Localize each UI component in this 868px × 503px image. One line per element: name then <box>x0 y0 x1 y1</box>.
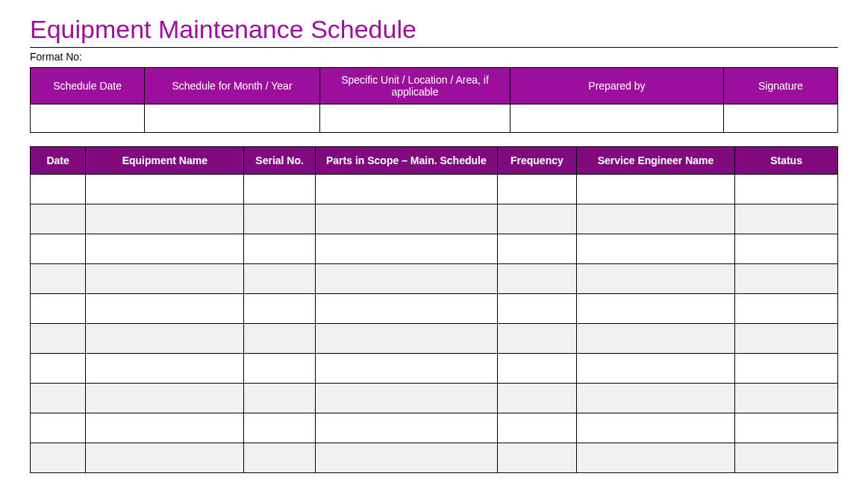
table-cell-date[interactable] <box>31 234 86 264</box>
table-cell-parts_scope[interactable] <box>315 443 497 473</box>
table-cell-engineer[interactable] <box>576 234 734 264</box>
table-cell-serial_no[interactable] <box>244 294 315 324</box>
info-cell-specific-unit[interactable] <box>319 104 510 133</box>
table-cell-date[interactable] <box>31 175 86 204</box>
table-cell-status[interactable] <box>735 354 838 384</box>
table-cell-equipment_name[interactable] <box>86 204 244 234</box>
table-cell-parts_scope[interactable] <box>315 354 497 384</box>
info-cell-schedule-for[interactable] <box>145 104 320 133</box>
table-cell-date[interactable] <box>31 443 86 473</box>
table-cell-status[interactable] <box>735 443 838 473</box>
table-row <box>31 443 838 473</box>
table-row <box>31 204 838 234</box>
table-cell-engineer[interactable] <box>576 324 734 354</box>
table-cell-parts_scope[interactable] <box>315 234 497 264</box>
info-cell-signature[interactable] <box>723 104 837 133</box>
main-header-parts-scope: Parts in Scope – Main. Schedule <box>315 147 497 175</box>
table-cell-frequency[interactable] <box>497 384 576 413</box>
table-cell-engineer[interactable] <box>576 413 734 443</box>
table-cell-engineer[interactable] <box>576 175 734 204</box>
table-cell-equipment_name[interactable] <box>86 175 244 204</box>
table-cell-serial_no[interactable] <box>244 384 315 413</box>
table-cell-equipment_name[interactable] <box>86 413 244 443</box>
table-cell-frequency[interactable] <box>497 204 576 234</box>
table-cell-parts_scope[interactable] <box>315 384 497 413</box>
info-data-row <box>31 104 838 133</box>
table-cell-serial_no[interactable] <box>244 443 315 473</box>
table-cell-equipment_name[interactable] <box>86 354 244 384</box>
table-cell-frequency[interactable] <box>497 324 576 354</box>
info-header-prepared-by: Prepared by <box>511 68 724 104</box>
table-cell-status[interactable] <box>735 294 838 324</box>
main-table-body <box>31 175 838 473</box>
main-header-date: Date <box>31 147 86 175</box>
info-header-signature: Signature <box>723 68 837 104</box>
table-cell-engineer[interactable] <box>576 443 734 473</box>
table-cell-status[interactable] <box>735 264 838 294</box>
table-cell-engineer[interactable] <box>576 294 734 324</box>
table-cell-serial_no[interactable] <box>244 413 315 443</box>
table-cell-frequency[interactable] <box>497 294 576 324</box>
info-header-row: Schedule Date Schedule for Month / Year … <box>31 68 838 104</box>
table-cell-status[interactable] <box>735 234 838 264</box>
table-cell-parts_scope[interactable] <box>315 204 497 234</box>
table-cell-engineer[interactable] <box>576 204 734 234</box>
table-row <box>31 324 838 354</box>
main-table: Date Equipment Name Serial No. Parts in … <box>30 146 838 473</box>
table-cell-frequency[interactable] <box>497 264 576 294</box>
table-row <box>31 234 838 264</box>
table-cell-date[interactable] <box>31 413 86 443</box>
table-cell-serial_no[interactable] <box>244 204 315 234</box>
table-cell-serial_no[interactable] <box>244 324 315 354</box>
table-cell-date[interactable] <box>31 324 86 354</box>
table-cell-serial_no[interactable] <box>244 354 315 384</box>
table-cell-date[interactable] <box>31 354 86 384</box>
table-cell-equipment_name[interactable] <box>86 443 244 473</box>
format-no-label: Format No: <box>30 51 838 63</box>
table-cell-engineer[interactable] <box>576 354 734 384</box>
info-header-schedule-for: Schedule for Month / Year <box>145 68 320 104</box>
table-cell-parts_scope[interactable] <box>315 413 497 443</box>
table-cell-parts_scope[interactable] <box>315 175 497 204</box>
table-cell-status[interactable] <box>735 204 838 234</box>
table-cell-status[interactable] <box>735 413 838 443</box>
table-cell-parts_scope[interactable] <box>315 264 497 294</box>
table-cell-equipment_name[interactable] <box>86 234 244 264</box>
title-divider <box>30 47 838 48</box>
info-cell-schedule-date[interactable] <box>31 104 145 133</box>
table-cell-date[interactable] <box>31 384 86 413</box>
table-cell-date[interactable] <box>31 294 86 324</box>
info-header-schedule-date: Schedule Date <box>31 68 145 104</box>
main-header-engineer: Service Engineer Name <box>576 147 734 175</box>
table-row <box>31 384 838 413</box>
table-cell-equipment_name[interactable] <box>86 294 244 324</box>
table-cell-frequency[interactable] <box>497 234 576 264</box>
table-cell-equipment_name[interactable] <box>86 264 244 294</box>
info-cell-prepared-by[interactable] <box>511 104 724 133</box>
table-cell-date[interactable] <box>31 204 86 234</box>
table-cell-serial_no[interactable] <box>244 264 315 294</box>
main-header-status: Status <box>735 147 838 175</box>
table-cell-engineer[interactable] <box>576 384 734 413</box>
main-header-serial-no: Serial No. <box>244 147 315 175</box>
table-cell-equipment_name[interactable] <box>86 384 244 413</box>
table-cell-engineer[interactable] <box>576 264 734 294</box>
table-row <box>31 294 838 324</box>
table-cell-serial_no[interactable] <box>244 175 315 204</box>
table-cell-date[interactable] <box>31 264 86 294</box>
table-row <box>31 354 838 384</box>
table-cell-frequency[interactable] <box>497 413 576 443</box>
table-cell-parts_scope[interactable] <box>315 294 497 324</box>
main-header-row: Date Equipment Name Serial No. Parts in … <box>31 147 838 175</box>
table-row <box>31 413 838 443</box>
table-cell-frequency[interactable] <box>497 175 576 204</box>
table-cell-status[interactable] <box>735 324 838 354</box>
table-cell-frequency[interactable] <box>497 443 576 473</box>
table-cell-parts_scope[interactable] <box>315 324 497 354</box>
table-cell-equipment_name[interactable] <box>86 324 244 354</box>
table-cell-serial_no[interactable] <box>244 234 315 264</box>
table-cell-status[interactable] <box>735 384 838 413</box>
table-cell-frequency[interactable] <box>497 354 576 384</box>
table-cell-status[interactable] <box>735 175 838 204</box>
page-title: Equipment Maintenance Schedule <box>30 15 838 44</box>
